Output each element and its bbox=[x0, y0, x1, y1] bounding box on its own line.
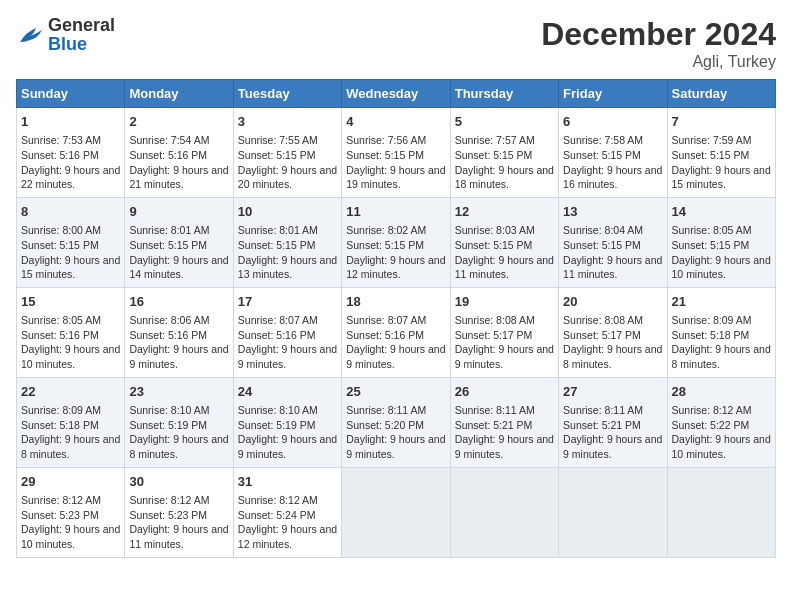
sunset-text: Sunset: 5:19 PM bbox=[238, 419, 316, 431]
sunset-text: Sunset: 5:16 PM bbox=[21, 329, 99, 341]
table-row: 25Sunrise: 8:11 AMSunset: 5:20 PMDayligh… bbox=[342, 377, 450, 467]
table-row: 23Sunrise: 8:10 AMSunset: 5:19 PMDayligh… bbox=[125, 377, 233, 467]
sunrise-text: Sunrise: 7:54 AM bbox=[129, 134, 209, 146]
table-row: 26Sunrise: 8:11 AMSunset: 5:21 PMDayligh… bbox=[450, 377, 558, 467]
day-number: 30 bbox=[129, 473, 228, 491]
table-row bbox=[450, 467, 558, 557]
daylight-text: Daylight: 9 hours and 9 minutes. bbox=[455, 343, 554, 370]
calendar-week-row: 8Sunrise: 8:00 AMSunset: 5:15 PMDaylight… bbox=[17, 197, 776, 287]
calendar-table: Sunday Monday Tuesday Wednesday Thursday… bbox=[16, 79, 776, 558]
sunset-text: Sunset: 5:21 PM bbox=[455, 419, 533, 431]
table-row: 15Sunrise: 8:05 AMSunset: 5:16 PMDayligh… bbox=[17, 287, 125, 377]
table-row: 2Sunrise: 7:54 AMSunset: 5:16 PMDaylight… bbox=[125, 108, 233, 198]
sunrise-text: Sunrise: 8:07 AM bbox=[346, 314, 426, 326]
table-row: 17Sunrise: 8:07 AMSunset: 5:16 PMDayligh… bbox=[233, 287, 341, 377]
header-monday: Monday bbox=[125, 80, 233, 108]
calendar-week-row: 22Sunrise: 8:09 AMSunset: 5:18 PMDayligh… bbox=[17, 377, 776, 467]
day-number: 4 bbox=[346, 113, 445, 131]
day-number: 14 bbox=[672, 203, 771, 221]
table-row: 30Sunrise: 8:12 AMSunset: 5:23 PMDayligh… bbox=[125, 467, 233, 557]
day-number: 13 bbox=[563, 203, 662, 221]
sunrise-text: Sunrise: 8:05 AM bbox=[672, 224, 752, 236]
sunrise-text: Sunrise: 8:06 AM bbox=[129, 314, 209, 326]
sunrise-text: Sunrise: 8:01 AM bbox=[238, 224, 318, 236]
sunset-text: Sunset: 5:15 PM bbox=[346, 149, 424, 161]
logo-general-text: General Blue bbox=[48, 16, 115, 54]
logo-icon bbox=[16, 24, 44, 46]
table-row bbox=[342, 467, 450, 557]
day-number: 9 bbox=[129, 203, 228, 221]
day-number: 20 bbox=[563, 293, 662, 311]
table-row: 31Sunrise: 8:12 AMSunset: 5:24 PMDayligh… bbox=[233, 467, 341, 557]
sunset-text: Sunset: 5:15 PM bbox=[21, 239, 99, 251]
day-number: 24 bbox=[238, 383, 337, 401]
sunrise-text: Sunrise: 8:02 AM bbox=[346, 224, 426, 236]
day-number: 25 bbox=[346, 383, 445, 401]
sunrise-text: Sunrise: 7:58 AM bbox=[563, 134, 643, 146]
sunrise-text: Sunrise: 8:12 AM bbox=[129, 494, 209, 506]
table-row: 16Sunrise: 8:06 AMSunset: 5:16 PMDayligh… bbox=[125, 287, 233, 377]
header-wednesday: Wednesday bbox=[342, 80, 450, 108]
daylight-text: Daylight: 9 hours and 10 minutes. bbox=[672, 254, 771, 281]
daylight-text: Daylight: 9 hours and 9 minutes. bbox=[238, 343, 337, 370]
day-number: 26 bbox=[455, 383, 554, 401]
header-sunday: Sunday bbox=[17, 80, 125, 108]
title-block: December 2024 Agli, Turkey bbox=[541, 16, 776, 71]
daylight-text: Daylight: 9 hours and 14 minutes. bbox=[129, 254, 228, 281]
calendar-location: Agli, Turkey bbox=[541, 53, 776, 71]
daylight-text: Daylight: 9 hours and 22 minutes. bbox=[21, 164, 120, 191]
sunrise-text: Sunrise: 8:09 AM bbox=[672, 314, 752, 326]
daylight-text: Daylight: 9 hours and 8 minutes. bbox=[129, 433, 228, 460]
day-number: 15 bbox=[21, 293, 120, 311]
sunset-text: Sunset: 5:19 PM bbox=[129, 419, 207, 431]
daylight-text: Daylight: 9 hours and 11 minutes. bbox=[455, 254, 554, 281]
calendar-week-row: 1Sunrise: 7:53 AMSunset: 5:16 PMDaylight… bbox=[17, 108, 776, 198]
daylight-text: Daylight: 9 hours and 9 minutes. bbox=[346, 343, 445, 370]
header-friday: Friday bbox=[559, 80, 667, 108]
sunrise-text: Sunrise: 8:11 AM bbox=[563, 404, 643, 416]
sunrise-text: Sunrise: 8:07 AM bbox=[238, 314, 318, 326]
day-number: 5 bbox=[455, 113, 554, 131]
sunset-text: Sunset: 5:23 PM bbox=[129, 509, 207, 521]
table-row bbox=[667, 467, 775, 557]
day-number: 10 bbox=[238, 203, 337, 221]
daylight-text: Daylight: 9 hours and 9 minutes. bbox=[455, 433, 554, 460]
day-number: 27 bbox=[563, 383, 662, 401]
table-row: 7Sunrise: 7:59 AMSunset: 5:15 PMDaylight… bbox=[667, 108, 775, 198]
daylight-text: Daylight: 9 hours and 16 minutes. bbox=[563, 164, 662, 191]
table-row: 10Sunrise: 8:01 AMSunset: 5:15 PMDayligh… bbox=[233, 197, 341, 287]
table-row: 18Sunrise: 8:07 AMSunset: 5:16 PMDayligh… bbox=[342, 287, 450, 377]
sunrise-text: Sunrise: 8:12 AM bbox=[672, 404, 752, 416]
sunset-text: Sunset: 5:15 PM bbox=[346, 239, 424, 251]
daylight-text: Daylight: 9 hours and 8 minutes. bbox=[563, 343, 662, 370]
day-number: 17 bbox=[238, 293, 337, 311]
sunrise-text: Sunrise: 8:12 AM bbox=[21, 494, 101, 506]
sunset-text: Sunset: 5:16 PM bbox=[129, 149, 207, 161]
sunrise-text: Sunrise: 8:00 AM bbox=[21, 224, 101, 236]
sunset-text: Sunset: 5:15 PM bbox=[455, 239, 533, 251]
day-number: 22 bbox=[21, 383, 120, 401]
day-number: 21 bbox=[672, 293, 771, 311]
sunset-text: Sunset: 5:15 PM bbox=[563, 149, 641, 161]
sunset-text: Sunset: 5:15 PM bbox=[672, 149, 750, 161]
day-number: 3 bbox=[238, 113, 337, 131]
table-row: 13Sunrise: 8:04 AMSunset: 5:15 PMDayligh… bbox=[559, 197, 667, 287]
table-row: 19Sunrise: 8:08 AMSunset: 5:17 PMDayligh… bbox=[450, 287, 558, 377]
sunrise-text: Sunrise: 8:08 AM bbox=[563, 314, 643, 326]
day-number: 12 bbox=[455, 203, 554, 221]
sunset-text: Sunset: 5:15 PM bbox=[238, 149, 316, 161]
sunrise-text: Sunrise: 7:57 AM bbox=[455, 134, 535, 146]
daylight-text: Daylight: 9 hours and 12 minutes. bbox=[346, 254, 445, 281]
day-number: 2 bbox=[129, 113, 228, 131]
sunrise-text: Sunrise: 8:11 AM bbox=[346, 404, 426, 416]
sunrise-text: Sunrise: 8:10 AM bbox=[238, 404, 318, 416]
daylight-text: Daylight: 9 hours and 18 minutes. bbox=[455, 164, 554, 191]
day-number: 8 bbox=[21, 203, 120, 221]
day-number: 23 bbox=[129, 383, 228, 401]
table-row: 28Sunrise: 8:12 AMSunset: 5:22 PMDayligh… bbox=[667, 377, 775, 467]
sunset-text: Sunset: 5:16 PM bbox=[21, 149, 99, 161]
daylight-text: Daylight: 9 hours and 12 minutes. bbox=[238, 523, 337, 550]
day-number: 1 bbox=[21, 113, 120, 131]
sunset-text: Sunset: 5:23 PM bbox=[21, 509, 99, 521]
table-row: 8Sunrise: 8:00 AMSunset: 5:15 PMDaylight… bbox=[17, 197, 125, 287]
